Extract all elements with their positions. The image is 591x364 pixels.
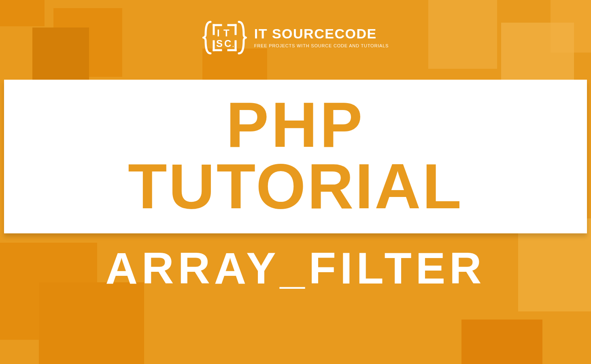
svg-text:C: C — [224, 38, 231, 49]
hero-panel: PHP TUTORIAL — [4, 80, 587, 233]
brand-logo: I T S C . IT SOURCECODE FREE PROJECTS WI… — [202, 18, 389, 57]
svg-text:T: T — [223, 28, 230, 38]
brand-tagline: FREE PROJECTS WITH SOURCE CODE AND TUTOR… — [254, 44, 389, 49]
hero-title-line2: TUTORIAL — [128, 155, 463, 218]
logo-area: I T S C . IT SOURCECODE FREE PROJECTS WI… — [0, 18, 591, 57]
svg-text:S: S — [216, 38, 223, 49]
hero-subtitle: ARRAY_FILTER — [0, 246, 591, 290]
brand-mark-icon: I T S C . — [202, 18, 247, 57]
svg-text:.: . — [232, 42, 234, 48]
decorative-square — [39, 282, 144, 364]
hero-title-line1: PHP — [226, 95, 365, 154]
banner-canvas: I T S C . IT SOURCECODE FREE PROJECTS WI… — [0, 0, 591, 364]
brand-name: IT SOURCECODE — [254, 27, 389, 41]
decorative-square — [461, 320, 542, 364]
svg-text:I: I — [217, 28, 220, 38]
brand-text: IT SOURCECODE FREE PROJECTS WITH SOURCE … — [254, 27, 389, 48]
